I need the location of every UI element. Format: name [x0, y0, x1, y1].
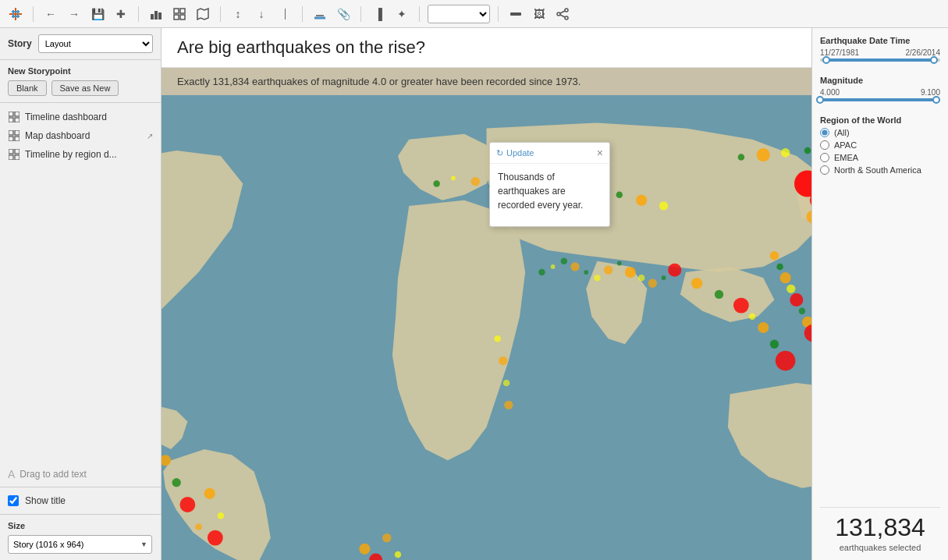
svg-rect-4: [12, 11, 20, 12]
story-title-bar: Are big earthquakes on the rise?: [162, 28, 811, 68]
svg-point-18: [557, 12, 560, 16]
svg-point-104: [499, 356, 507, 365]
blank-button[interactable]: Blank: [8, 80, 47, 96]
svg-rect-8: [158, 12, 162, 19]
region-radio-group: (All) APAC EMEA North & South America: [820, 128, 940, 175]
svg-point-99: [638, 275, 645, 282]
svg-point-91: [551, 264, 556, 269]
svg-point-71: [659, 201, 668, 210]
svg-rect-6: [151, 14, 154, 19]
close-button[interactable]: ×: [597, 147, 603, 158]
update-button[interactable]: ↻ Update: [496, 148, 534, 158]
svg-point-90: [538, 269, 545, 276]
sep4: [302, 6, 303, 22]
share-icon[interactable]: [553, 5, 572, 23]
sep7: [498, 6, 499, 22]
svg-point-58: [770, 340, 779, 349]
paperclip-icon[interactable]: 📎: [334, 5, 353, 23]
add-view-icon[interactable]: ✚: [112, 5, 130, 23]
layout-dropdown[interactable]: Layout: [38, 34, 153, 53]
date-slider-thumb-right[interactable]: [930, 56, 938, 64]
map-area[interactable]: ↻ Update × Thousands of earthquakes are …: [162, 95, 811, 560]
region-emea-input[interactable]: [820, 153, 829, 162]
bar-icon2[interactable]: [506, 5, 525, 23]
save-as-new-button[interactable]: Save as New: [51, 80, 119, 96]
svg-line-20: [560, 11, 565, 13]
tooltip-popup: ↻ Update × Thousands of earthquakes are …: [489, 142, 610, 227]
filter-icon[interactable]: ⏐: [275, 5, 294, 23]
bar-chart-icon[interactable]: [147, 5, 165, 23]
new-storypoint-label: New Storypoint: [8, 66, 153, 76]
region-emea[interactable]: EMEA: [820, 153, 940, 162]
tooltip-text: Thousands of earthquakes are recorded ev…: [498, 172, 583, 211]
main-layout: Story Layout New Storypoint Blank Save a…: [0, 28, 948, 560]
content-area: Are big earthquakes on the rise? Exactly…: [162, 28, 811, 560]
save-icon[interactable]: 💾: [88, 5, 107, 23]
svg-rect-25: [15, 118, 20, 122]
region-all[interactable]: (All): [820, 128, 940, 137]
region-apac[interactable]: APAC: [820, 140, 940, 150]
svg-rect-31: [15, 149, 20, 154]
region-filter-section: Region of the World (All) APAC EMEA Nort…: [820, 115, 940, 175]
count-number: 131,834: [820, 514, 940, 541]
svg-rect-27: [15, 130, 20, 135]
forward-icon[interactable]: →: [65, 5, 83, 23]
svg-point-70: [636, 195, 647, 206]
sidebar-item-timeline-dashboard[interactable]: Timeline dashboard: [0, 108, 161, 126]
show-title-checkbox[interactable]: [8, 495, 19, 506]
svg-marker-13: [197, 9, 208, 19]
magnitude-slider-thumb-right[interactable]: [932, 96, 940, 104]
sort-desc-icon[interactable]: ↓: [252, 5, 271, 23]
region-north-south-input[interactable]: [820, 165, 829, 175]
sidebar-item-map-dashboard[interactable]: Map dashboard ↗: [0, 126, 161, 145]
region-all-input[interactable]: [820, 128, 829, 137]
svg-rect-5: [12, 16, 20, 17]
map-icon[interactable]: [194, 5, 212, 23]
magnitude-slider-thumb-left[interactable]: [816, 96, 824, 104]
toolbar-dropdown[interactable]: [428, 5, 490, 23]
story-title: Are big earthquakes on the rise?: [177, 37, 796, 58]
date-slider-fill: [826, 58, 935, 62]
color-icon[interactable]: [311, 5, 329, 23]
svg-point-106: [504, 401, 513, 409]
pin-icon[interactable]: ✦: [392, 5, 411, 23]
sep6: [419, 6, 420, 22]
svg-point-42: [195, 523, 202, 530]
date-slider-thumb-left[interactable]: [822, 56, 830, 64]
region-apac-input[interactable]: [820, 140, 829, 150]
svg-rect-30: [9, 149, 13, 154]
sep3: [220, 6, 221, 22]
svg-point-97: [617, 261, 622, 266]
svg-rect-23: [15, 112, 20, 116]
svg-point-60: [433, 180, 440, 187]
svg-rect-28: [9, 136, 13, 141]
grid-chart-icon[interactable]: [170, 5, 189, 23]
svg-point-40: [172, 478, 180, 487]
magnitude-slider-track[interactable]: [820, 98, 940, 101]
drag-to-add-text[interactable]: A Drag to add text: [0, 462, 161, 487]
monitor-icon[interactable]: 🖼: [530, 5, 549, 23]
back-icon[interactable]: ←: [41, 5, 60, 23]
date-slider-track[interactable]: [820, 58, 940, 62]
svg-rect-1: [9, 13, 22, 15]
svg-point-75: [804, 147, 811, 154]
grid-icon-3: [8, 148, 20, 161]
sidebar-item-timeline-region[interactable]: Timeline by region d...: [0, 145, 161, 164]
svg-rect-9: [174, 9, 179, 13]
text-icon[interactable]: ▐: [369, 5, 388, 23]
mag-from: 4.000: [820, 88, 840, 97]
date-filter-title: Earthquake Date Time: [820, 36, 940, 45]
sidebar-header: Story Layout: [0, 28, 161, 60]
size-dropdown[interactable]: Story (1016 x 964): [8, 535, 152, 554]
svg-point-110: [770, 251, 779, 260]
sep2: [138, 6, 139, 22]
svg-rect-10: [180, 9, 185, 13]
svg-point-53: [691, 278, 702, 289]
nav-item-label-timeline: Timeline dashboard: [25, 112, 107, 122]
region-north-south[interactable]: North & South America: [820, 165, 940, 175]
text-drag-icon: A: [8, 468, 15, 480]
sort-asc-icon[interactable]: ↕: [229, 5, 247, 23]
sep5: [360, 6, 361, 22]
count-section: 131,834 earthquakes selected: [820, 507, 940, 552]
svg-point-95: [594, 275, 601, 282]
